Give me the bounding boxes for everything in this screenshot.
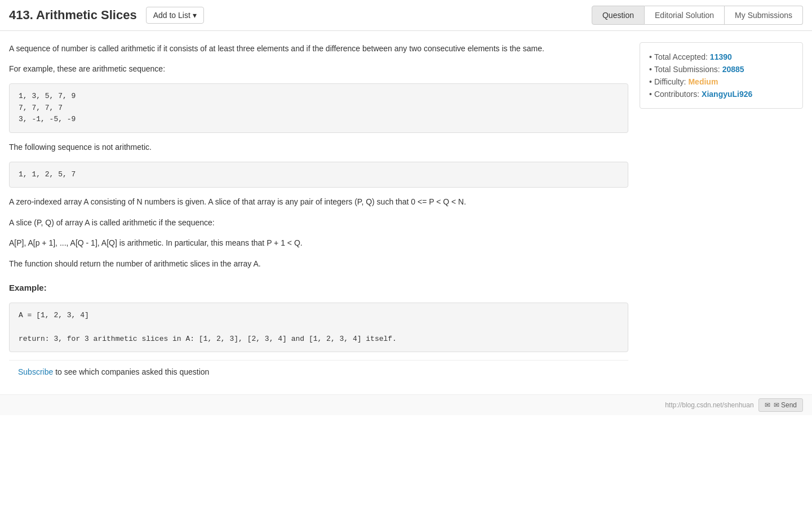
non-arithmetic-example: 1, 1, 2, 5, 7 <box>19 170 76 179</box>
nav-tabs: Question Editorial Solution My Submissio… <box>592 6 803 25</box>
send-icon: ✉ <box>765 401 770 409</box>
non-arithmetic-block: 1, 1, 2, 5, 7 <box>9 162 628 188</box>
top-bar: 413. Arithmetic Slices Add to List ▾ Que… <box>0 0 812 31</box>
intro-paragraph-1: A sequence of number is called arithmeti… <box>9 42 628 55</box>
question-text: A sequence of number is called arithmeti… <box>9 42 628 352</box>
example-code-block: A = [1, 2, 3, 4]return: 3, for 3 arithme… <box>9 303 628 352</box>
intro-paragraph-2: For example, these are arithmetic sequen… <box>9 63 628 75</box>
stat-difficulty: Difficulty: Medium <box>649 75 793 88</box>
add-to-list-button[interactable]: Add to List ▾ <box>146 7 204 24</box>
description-p1: A zero-indexed array A consisting of N n… <box>9 195 628 208</box>
subscribe-suffix: to see which companies asked this questi… <box>53 367 209 376</box>
send-button[interactable]: ✉ ✉ Send <box>758 398 803 412</box>
arithmetic-examples-block: 1, 3, 5, 7, 97, 7, 7, 73, -1, -5, -9 <box>9 83 628 133</box>
stat-total-submissions: Total Submissions: 20885 <box>649 63 793 75</box>
subscribe-link[interactable]: Subscribe <box>18 367 53 376</box>
non-arith-label: The following sequence is not arithmetic… <box>9 141 628 153</box>
tab-submissions[interactable]: My Submissions <box>725 6 803 25</box>
tab-question[interactable]: Question <box>592 6 645 25</box>
description-p2: A slice (P, Q) of array A is called arit… <box>9 216 628 229</box>
tab-editorial[interactable]: Editorial Solution <box>645 6 725 25</box>
stat-contributors: Contributors: XiangyuLi926 <box>649 88 793 100</box>
stats-list: Total Accepted: 11390 Total Submissions:… <box>649 51 793 100</box>
stat-total-accepted: Total Accepted: 11390 <box>649 51 793 63</box>
footer-url: http://blog.csdn.net/shenhuan <box>665 401 753 409</box>
problem-title: 413. Arithmetic Slices <box>9 8 137 23</box>
main-content: A sequence of number is called arithmeti… <box>0 31 812 394</box>
bottom-bar: http://blog.csdn.net/shenhuan ✉ ✉ Send <box>0 394 812 415</box>
arithmetic-examples: 1, 3, 5, 7, 97, 7, 7, 73, -1, -5, -9 <box>19 92 76 124</box>
example-title: Example: <box>9 281 628 295</box>
description-p3: A[P], A[p + 1], ..., A[Q - 1], A[Q] is a… <box>9 237 628 249</box>
description-p4: The function should return the number of… <box>9 257 628 270</box>
question-body: A sequence of number is called arithmeti… <box>9 42 628 383</box>
example-code: A = [1, 2, 3, 4]return: 3, for 3 arithme… <box>19 311 397 343</box>
sidebar-info: Total Accepted: 11390 Total Submissions:… <box>640 42 803 109</box>
sidebar: Total Accepted: 11390 Total Submissions:… <box>640 42 803 383</box>
subscribe-line: Subscribe to see which companies asked t… <box>9 360 628 383</box>
